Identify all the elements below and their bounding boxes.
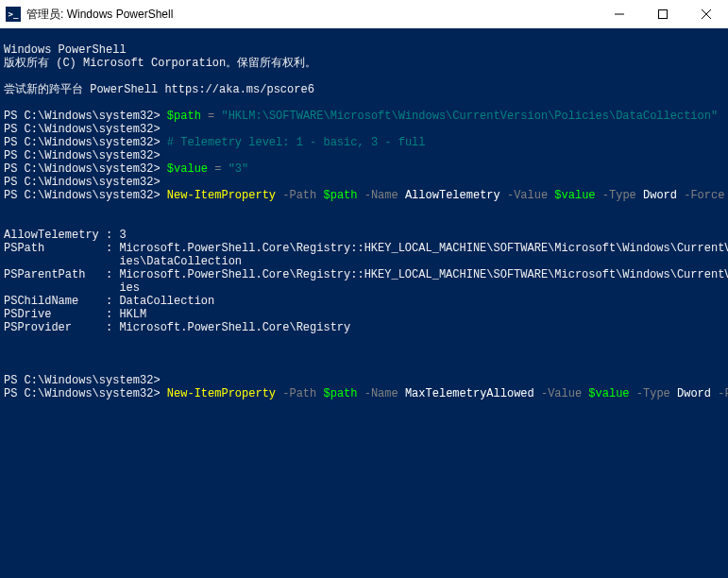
param-value: Dword [677, 387, 711, 400]
output-row: AllowTelemetry : 3 [4, 229, 127, 242]
window-controls [598, 0, 728, 28]
param-value: AllowTelemetry [405, 189, 500, 202]
variable: $value [167, 162, 208, 176]
prompt: PS C:\Windows\system32> [4, 123, 161, 136]
param-flag: -Value [500, 189, 555, 202]
param-flag: -Type [630, 387, 677, 400]
cmdlet: New-ItemProperty [167, 189, 276, 202]
prompt: PS C:\Windows\system32> [4, 387, 161, 400]
prompt: PS C:\Windows\system32> [4, 189, 161, 202]
param-flag: -Force [711, 387, 728, 400]
param-flag: -Type [596, 189, 643, 202]
output-row-cont: ies [4, 281, 140, 295]
svg-rect-1 [659, 10, 668, 19]
powershell-icon: >_ [6, 7, 21, 22]
param-flag: -Path [276, 189, 323, 202]
param-flag: -Value [534, 387, 589, 400]
operator: = [208, 162, 229, 176]
prompt: PS C:\Windows\system32> [4, 374, 161, 387]
variable: $path [323, 387, 357, 400]
output-row: PSParentPath : Microsoft.PowerShell.Core… [4, 268, 728, 281]
param-value: Dword [643, 189, 677, 202]
output-row-cont: ies\DataCollection [4, 255, 242, 268]
variable: $value [588, 387, 629, 400]
minimize-button[interactable] [598, 0, 641, 28]
comment: # Telemetry level: 1 - basic, 3 - full [167, 136, 426, 149]
output-row: PSChildName : DataCollection [4, 295, 214, 308]
terminal-area[interactable]: Windows PowerShell 版权所有 (C) Microsoft Co… [0, 28, 728, 578]
string-literal: "3" [229, 162, 249, 176]
output-row: PSPath : Microsoft.PowerShell.Core\Regis… [4, 242, 728, 255]
param-value: MaxTelemetryAllowed [405, 387, 534, 400]
pscore-line: 尝试新的跨平台 PowerShell https://aka.ms/pscore… [4, 83, 314, 96]
header-line: Windows PowerShell [4, 43, 127, 57]
copyright-line: 版权所有 (C) Microsoft Corporation。保留所有权利。 [4, 57, 316, 70]
maximize-button[interactable] [641, 0, 685, 28]
prompt: PS C:\Windows\system32> [4, 136, 161, 149]
prompt: PS C:\Windows\system32> [4, 110, 161, 123]
output-row: PSProvider : Microsoft.PowerShell.Core\R… [4, 321, 350, 334]
cmdlet: New-ItemProperty [167, 387, 276, 400]
param-flag: -Name [358, 387, 405, 400]
param-flag: -Name [358, 189, 405, 202]
close-button[interactable] [685, 0, 728, 28]
param-flag: -Force [677, 189, 724, 202]
window-title: 管理员: Windows PowerShell [26, 7, 598, 23]
window-titlebar: >_ 管理员: Windows PowerShell [0, 0, 728, 28]
param-flag: -Path [276, 387, 323, 400]
operator: = [201, 110, 222, 123]
variable: $value [554, 189, 595, 202]
string-literal: "HKLM:\SOFTWARE\Microsoft\Windows\Curren… [221, 110, 718, 123]
prompt: PS C:\Windows\system32> [4, 149, 161, 162]
prompt: PS C:\Windows\system32> [4, 176, 161, 189]
output-row: PSDrive : HKLM [4, 308, 146, 321]
variable: $path [323, 189, 357, 202]
variable: $path [167, 110, 201, 123]
prompt: PS C:\Windows\system32> [4, 162, 161, 176]
